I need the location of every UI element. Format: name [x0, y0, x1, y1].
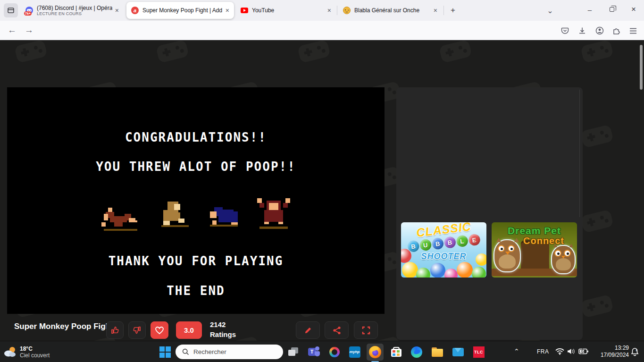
window-maximize-button[interactable] — [601, 0, 623, 19]
thumbnail-title-dream-pet: Dream Pet — [492, 225, 577, 236]
addictinggames-favicon: a — [131, 7, 139, 14]
app-firefox-active[interactable] — [367, 344, 384, 361]
search-icon — [182, 348, 189, 355]
weather-temp: 18°C — [20, 345, 50, 352]
battery-charging-icon[interactable] — [578, 348, 589, 354]
youtube-favicon — [241, 7, 248, 14]
bubble — [444, 269, 458, 278]
forward-button[interactable]: → — [25, 25, 33, 35]
thumbnail-classic-bubble-shooter[interactable]: CLASSIC B U B B L E SHOOTER — [401, 222, 486, 278]
start-button[interactable] — [159, 345, 171, 358]
notification-bell-dnd-icon[interactable]: z — [631, 347, 639, 356]
search-placeholder: Rechercher — [193, 348, 226, 355]
account-icon[interactable] — [595, 26, 604, 35]
browser-toolbar: ← → https://www.addictinggames.com/funny… — [0, 21, 644, 40]
fullscreen-button[interactable] — [354, 321, 378, 339]
game-canvas[interactable]: CONGRADULATIONS!! YOU THREW ALOT OF POOP… — [7, 87, 385, 314]
tab-title: Blabla Général sur Onche — [354, 7, 431, 14]
heart-icon — [155, 326, 164, 335]
bubble-letter: B — [431, 237, 443, 250]
pocket-icon[interactable] — [561, 27, 569, 34]
downloads-icon[interactable] — [578, 27, 586, 34]
volume-icon[interactable] — [567, 348, 576, 355]
recommended-games-panel: CLASSIC B U B B L E SHOOTER — [396, 87, 583, 340]
favorite-heart-button[interactable] — [151, 321, 168, 339]
teams-icon: T — [308, 346, 319, 358]
app-teams[interactable]: T — [307, 345, 320, 358]
back-button[interactable]: ← — [8, 25, 17, 35]
clock-widget[interactable]: 13:29 17/09/2024 — [592, 345, 629, 359]
extensions-puzzle-icon[interactable] — [612, 27, 620, 35]
app-myhp[interactable]: myhp — [348, 345, 361, 358]
app-mail[interactable] — [452, 345, 464, 358]
tab-youtube[interactable]: YouTube × — [236, 2, 336, 19]
list-all-tabs-button[interactable]: ⌄ — [544, 4, 557, 17]
taskbar-search[interactable]: Rechercher — [176, 345, 283, 359]
mail-icon — [452, 348, 464, 356]
thumbs-down-icon — [133, 326, 142, 335]
rating-value: 3.0 — [184, 326, 194, 334]
bubble — [416, 268, 430, 278]
app-tlc[interactable]: TLC — [472, 345, 485, 358]
close-tab-icon[interactable]: × — [431, 7, 442, 14]
game-info-bar: Super Monkey Poop Fight 3.0 2142 — [0, 314, 388, 341]
microsoft-store-icon — [391, 347, 401, 357]
close-tab-icon[interactable]: × — [112, 7, 124, 14]
bubble-letter: E — [468, 234, 480, 246]
windows-logo-icon — [159, 346, 171, 358]
app-file-explorer[interactable] — [431, 345, 443, 358]
task-view-icon — [288, 347, 299, 356]
tray-chevron-up[interactable]: ⌃ — [514, 347, 519, 355]
rating-badge[interactable]: 3.0 — [176, 321, 202, 339]
page-scrollbar-thumb[interactable] — [640, 45, 643, 90]
thumbs-up-button[interactable] — [106, 321, 124, 339]
tlc-icon: TLC — [473, 346, 485, 358]
tab-discord[interactable]: 7k+ (7608) Discord | #jeux | Opératio LE… — [21, 2, 124, 19]
bubble — [457, 262, 473, 278]
tab-media-status[interactable]: LECTURE EN COURS — [37, 11, 112, 16]
thumbs-down-button[interactable] — [128, 321, 146, 339]
myhp-icon: myhp — [349, 346, 360, 358]
svg-text:z: z — [636, 348, 638, 352]
wifi-icon[interactable] — [555, 348, 564, 355]
app-edge[interactable] — [410, 345, 423, 358]
owl-right — [552, 246, 575, 273]
bubble — [402, 262, 418, 278]
tab-onche[interactable]: Blabla Général sur Onche × — [338, 2, 442, 19]
share-icon — [333, 326, 341, 335]
bubble-letter: L — [456, 235, 468, 247]
microsoft-365-icon — [329, 347, 340, 357]
cloudy-weather-icon — [3, 345, 17, 359]
close-tab-icon[interactable]: × — [223, 7, 234, 14]
edit-comment-button[interactable] — [296, 321, 320, 339]
menu-hamburger-icon[interactable] — [629, 28, 637, 34]
thumbs-up-icon — [110, 326, 119, 335]
fullscreen-icon — [362, 326, 370, 335]
new-tab-button[interactable]: + — [447, 5, 459, 16]
tab-super-monkey-poop-fight[interactable]: a Super Monkey Poop Fight | Add × — [126, 2, 234, 19]
firefox-view-button[interactable] — [4, 3, 18, 17]
weather-widget[interactable]: 18°C Ciel couvert — [3, 343, 78, 361]
close-tab-icon[interactable]: × — [325, 7, 336, 14]
sitting-tan-monkey-sprite — [159, 201, 189, 230]
window-minimize-button[interactable]: – — [579, 0, 601, 19]
thumbnail-dream-pet-connect[interactable]: Dream Pet Connect — [492, 222, 577, 278]
app-microsoft-365[interactable] — [328, 345, 341, 358]
language-indicator[interactable]: FRA — [537, 348, 549, 355]
app-microsoft-store[interactable] — [390, 345, 402, 358]
app-task-view[interactable] — [287, 345, 300, 358]
lying-brown-monkey-sprite — [101, 208, 140, 235]
browser-tab-bar: 7k+ (7608) Discord | #jeux | Opératio LE… — [0, 0, 644, 21]
share-button[interactable] — [325, 321, 349, 339]
ratings-number: 2142 — [210, 320, 236, 329]
game-text-thank-you: THANK YOU FOR PLAYING — [7, 254, 385, 268]
tab-title: (7608) Discord | #jeux | Opératio — [37, 5, 112, 11]
firefox-view-icon — [7, 7, 15, 14]
window-close-button[interactable]: × — [623, 0, 644, 19]
bubble — [472, 267, 486, 278]
edge-icon — [411, 346, 422, 358]
page-content: CONGRADULATIONS!! YOU THREW ALOT OF POOP… — [0, 40, 644, 341]
bubble — [430, 263, 445, 278]
restore-icon — [610, 7, 614, 12]
tab-divider — [337, 6, 337, 15]
